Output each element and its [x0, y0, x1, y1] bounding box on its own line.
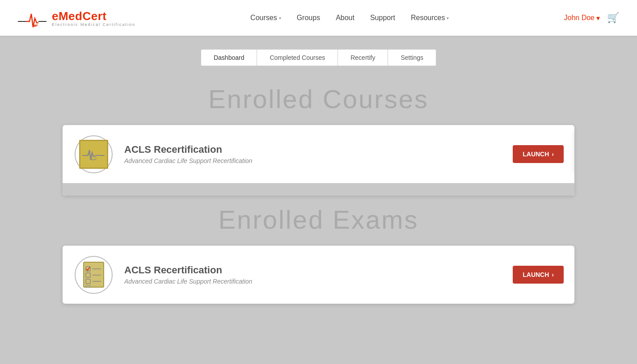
tab-completed-courses-label: Completed Courses: [270, 54, 325, 61]
arrow-icon-exam: ›: [552, 271, 554, 278]
nav-right: John Doe ▾ 🛒: [564, 12, 620, 24]
tab-settings[interactable]: Settings: [388, 50, 436, 66]
exam-icon-circle: [75, 256, 113, 294]
nav-support-label: Support: [370, 14, 395, 22]
progress-bar-container: [63, 183, 574, 196]
launch-course-label: LAUNCH: [523, 151, 549, 158]
course-subtitle: Advanced Cardiac Life Support Recertific…: [124, 157, 513, 164]
chevron-down-icon-resources: ▾: [447, 16, 449, 21]
chevron-down-icon: ▾: [279, 16, 281, 21]
launch-exam-button[interactable]: LAUNCH ›: [513, 266, 564, 284]
exam-checklist-icon: [81, 261, 106, 288]
nav-about[interactable]: About: [336, 14, 354, 22]
brand-name: eMedCert: [52, 9, 135, 23]
tab-recertify[interactable]: Recertify: [338, 50, 388, 66]
launch-course-button[interactable]: LAUNCH ›: [513, 145, 564, 163]
course-card-acls: ACLS Recertification Advanced Cardiac Li…: [63, 125, 574, 196]
nav-groups-label: Groups: [297, 14, 320, 22]
course-title: ACLS Recertification: [124, 144, 513, 155]
tab-completed-courses[interactable]: Completed Courses: [257, 50, 338, 66]
nav-support[interactable]: Support: [370, 14, 395, 22]
chevron-down-icon-user: ▾: [596, 14, 600, 22]
logo-area[interactable]: eMedCert Electronic Medical Certificatio…: [18, 6, 135, 30]
user-name-label: John Doe: [564, 14, 595, 22]
nav-courses-label: Courses: [250, 14, 277, 22]
tab-settings-label: Settings: [401, 54, 423, 61]
enrolled-exams-heading: Enrolled Exams: [63, 205, 574, 234]
tab-dashboard[interactable]: Dashboard: [201, 50, 257, 66]
launch-exam-label: LAUNCH: [523, 271, 549, 278]
navbar: eMedCert Electronic Medical Certificatio…: [0, 0, 637, 36]
course-card-inner: ACLS Recertification Advanced Cardiac Li…: [63, 125, 574, 183]
exam-card-inner: ACLS Recertification Advanced Cardiac Li…: [63, 246, 574, 304]
cart-icon[interactable]: 🛒: [607, 12, 619, 24]
enrolled-courses-heading: Enrolled Courses: [63, 84, 574, 114]
nav-groups[interactable]: Groups: [297, 14, 320, 22]
logo-svg: [18, 6, 49, 30]
nav-resources-label: Resources: [411, 14, 445, 22]
user-menu[interactable]: John Doe ▾: [564, 14, 600, 22]
exam-subtitle: Advanced Cardiac Life Support Recertific…: [124, 278, 513, 285]
brand-subtext: Electronic Medical Certification: [52, 22, 135, 27]
exam-info: ACLS Recertification Advanced Cardiac Li…: [124, 264, 513, 285]
acls-ecg-icon: [82, 146, 105, 162]
course-icon-square: [79, 140, 108, 169]
nav-resources[interactable]: Resources ▾: [411, 14, 449, 22]
tab-recertify-label: Recertify: [350, 54, 375, 61]
arrow-icon: ›: [552, 151, 554, 158]
course-info: ACLS Recertification Advanced Cardiac Li…: [124, 144, 513, 164]
nav-about-label: About: [336, 14, 354, 22]
tab-group: Dashboard Completed Courses Recertify Se…: [201, 49, 436, 66]
main-content: Enrolled Courses ACL: [0, 84, 637, 331]
nav-links: Courses ▾ Groups About Support Resources…: [250, 14, 449, 22]
nav-courses[interactable]: Courses ▾: [250, 14, 281, 22]
tab-dashboard-label: Dashboard: [214, 54, 245, 61]
tab-bar: Dashboard Completed Courses Recertify Se…: [0, 36, 637, 75]
course-icon-wrap: [73, 134, 114, 174]
exam-icon-wrap: [73, 255, 114, 295]
exam-card-acls: ACLS Recertification Advanced Cardiac Li…: [63, 246, 574, 304]
course-icon-circle: [75, 135, 113, 173]
logo-text-block: eMedCert Electronic Medical Certificatio…: [52, 9, 135, 27]
exam-title: ACLS Recertification: [124, 264, 513, 276]
